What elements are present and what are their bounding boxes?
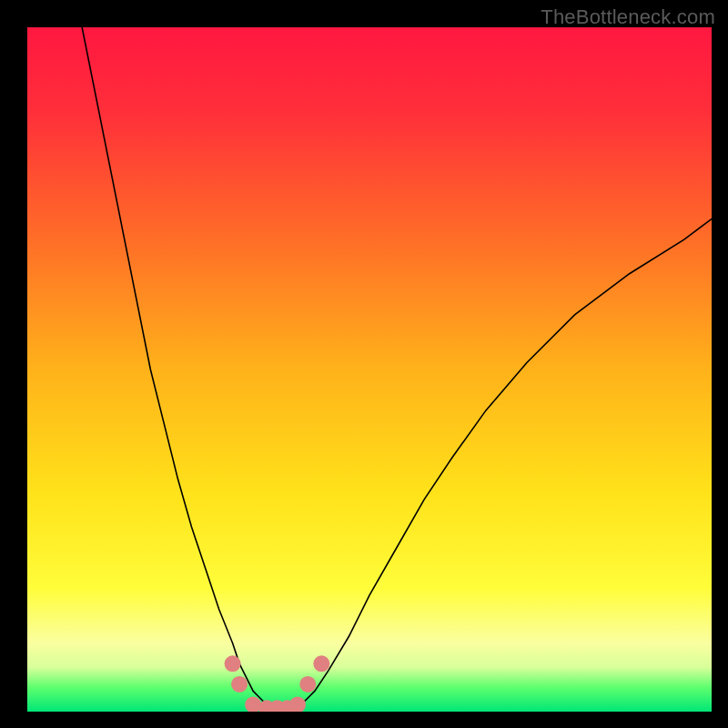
data-marker bbox=[225, 655, 241, 672]
data-marker bbox=[231, 676, 248, 693]
watermark-text: TheBottleneck.com bbox=[541, 5, 715, 29]
chart-svg bbox=[27, 27, 712, 712]
gradient-background bbox=[27, 27, 712, 712]
plot-area bbox=[27, 27, 712, 712]
data-marker bbox=[313, 655, 329, 672]
chart-container: TheBottleneck.com bbox=[0, 0, 728, 728]
data-marker bbox=[299, 676, 316, 693]
